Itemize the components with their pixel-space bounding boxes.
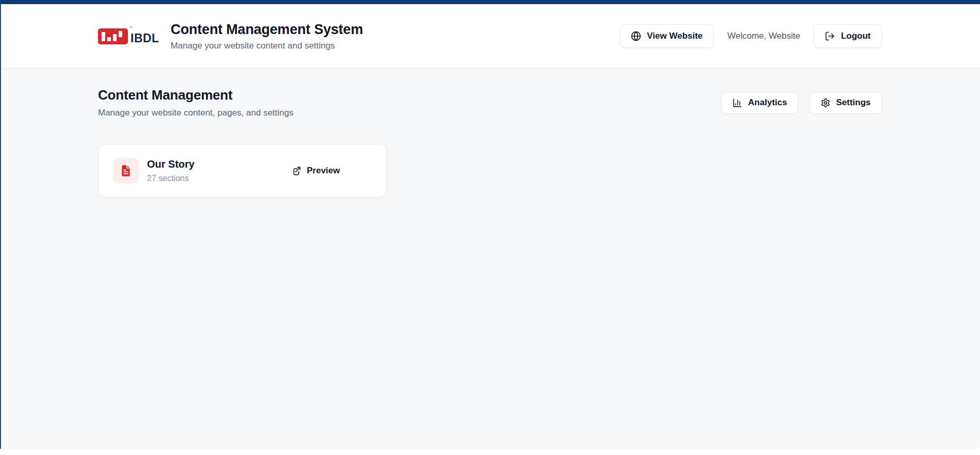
app-title-block: Content Management System Manage your we… [171, 22, 363, 51]
globe-icon [631, 31, 641, 41]
gear-icon [821, 98, 830, 108]
external-link-icon [291, 166, 301, 176]
trademark-symbol: ™ [128, 25, 133, 30]
page-title: Our Story [147, 158, 194, 170]
brand-name: IBDL [130, 32, 159, 44]
page: ™ IBDL Content Management System Manage … [0, 0, 980, 455]
logout-icon [825, 31, 835, 41]
page-card-text: Our Story 27 sections [147, 158, 194, 183]
section-actions: Analytics Settings [721, 92, 882, 114]
preview-link[interactable]: Preview [291, 166, 340, 176]
left-brand-edge [0, 0, 1, 449]
bar-chart-icon [732, 98, 742, 108]
app-title: Content Management System [171, 22, 363, 38]
preview-label: Preview [307, 166, 340, 176]
view-website-label: View Website [647, 31, 703, 41]
page-card-our-story[interactable]: Our Story 27 sections Preview [98, 144, 387, 198]
logout-label: Logout [841, 31, 871, 41]
section-heading: Content Management [98, 87, 293, 103]
header-actions: View Website Welcome, Website Logout [619, 24, 882, 48]
top-brand-bar [0, 0, 980, 4]
logout-button[interactable]: Logout [813, 24, 882, 48]
ibdl-logo-mark-icon: ™ [98, 28, 128, 44]
main-content: Content Management Manage your website c… [0, 69, 980, 450]
welcome-text: Welcome, Website [727, 31, 800, 41]
ibdl-logo: ™ IBDL [98, 28, 159, 44]
app-header: ™ IBDL Content Management System Manage … [0, 4, 980, 69]
settings-button[interactable]: Settings [809, 92, 882, 114]
app-subtitle: Manage your website content and settings [171, 41, 363, 51]
section-subheading: Manage your website content, pages, and … [98, 108, 293, 118]
section-heading-block: Content Management Manage your website c… [98, 87, 293, 118]
analytics-label: Analytics [748, 98, 787, 108]
analytics-button[interactable]: Analytics [721, 92, 798, 114]
section-header: Content Management Manage your website c… [98, 87, 882, 118]
page-section-count: 27 sections [147, 174, 194, 183]
settings-label: Settings [836, 98, 871, 108]
view-website-button[interactable]: View Website [619, 24, 714, 48]
file-text-icon [113, 158, 139, 184]
